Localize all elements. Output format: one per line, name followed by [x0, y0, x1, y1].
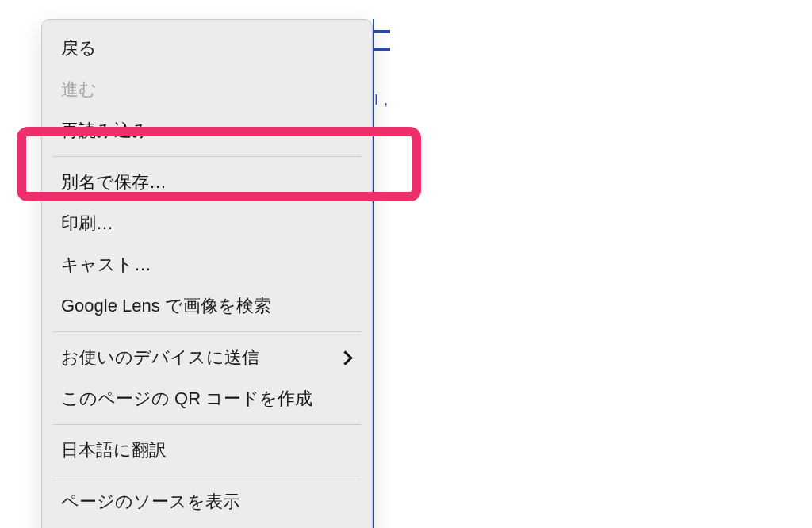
- menu-separator: [53, 424, 361, 425]
- context-menu: 戻る 進む 再読み込み 別名で保存… 印刷… キャスト… Google Lens…: [41, 19, 373, 528]
- menu-separator: [53, 331, 361, 332]
- menu-item-google-lens[interactable]: Google Lens で画像を検索: [42, 285, 372, 327]
- menu-item-inspect[interactable]: 検証: [42, 522, 372, 528]
- menu-item-send-to-device[interactable]: お使いのデバイスに送信: [42, 337, 372, 378]
- menu-item-label: 印刷…: [61, 212, 113, 235]
- menu-item-label: 戻る: [61, 36, 97, 60]
- menu-item-reload[interactable]: 再読み込み: [42, 110, 372, 151]
- chevron-right-icon: [339, 350, 353, 365]
- menu-item-print[interactable]: 印刷…: [42, 203, 372, 244]
- background-line-fragment: [374, 48, 390, 51]
- context-menu-container: 戻る 進む 再読み込み 別名で保存… 印刷… キャスト… Google Lens…: [41, 19, 374, 528]
- menu-item-label: ページのソースを表示: [61, 490, 240, 514]
- menu-item-back[interactable]: 戻る: [42, 28, 372, 69]
- menu-item-view-source[interactable]: ページのソースを表示: [42, 481, 372, 522]
- menu-item-save-as[interactable]: 別名で保存…: [42, 162, 372, 203]
- menu-item-create-qr[interactable]: このページの QR コードを作成: [42, 378, 372, 419]
- menu-separator: [53, 156, 361, 157]
- menu-item-label: 再読み込み: [61, 119, 150, 143]
- menu-separator: [53, 476, 361, 476]
- background-text-fragment: I ,: [374, 92, 389, 109]
- menu-item-label: 日本語に翻訳: [61, 438, 167, 462]
- menu-item-label: このページの QR コードを作成: [61, 387, 312, 411]
- menu-item-label: お使いのデバイスに送信: [61, 346, 259, 369]
- menu-item-cast[interactable]: キャスト…: [42, 244, 372, 285]
- menu-item-label: Google Lens で画像を検索: [61, 294, 271, 318]
- menu-item-label: 別名で保存…: [61, 170, 167, 194]
- menu-item-translate[interactable]: 日本語に翻訳: [42, 430, 372, 471]
- menu-item-label: キャスト…: [61, 253, 151, 277]
- background-line-fragment: [374, 30, 390, 33]
- menu-item-forward: 進む: [42, 69, 372, 110]
- menu-item-label: 進む: [61, 78, 97, 101]
